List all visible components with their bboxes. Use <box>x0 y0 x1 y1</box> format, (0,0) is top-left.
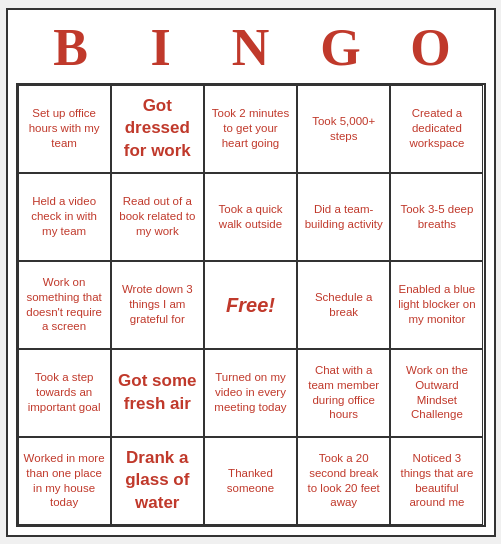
bingo-cell[interactable]: Free! <box>204 261 297 349</box>
cell-text: Thanked someone <box>210 466 291 496</box>
bingo-cell[interactable]: Held a video check in with my team <box>18 173 111 261</box>
bingo-cell[interactable]: Wrote down 3 things I am grateful for <box>111 261 204 349</box>
cell-text: Set up office hours with my team <box>24 106 105 151</box>
cell-text: Took 5,000+ steps <box>303 114 384 144</box>
bingo-cell[interactable]: Noticed 3 things that are beautiful arou… <box>390 437 483 525</box>
letter-g: G <box>296 18 386 77</box>
cell-text: Wrote down 3 things I am grateful for <box>117 282 198 327</box>
cell-text: Took a quick walk outside <box>210 202 291 232</box>
bingo-cell[interactable]: Work on something that doesn't require a… <box>18 261 111 349</box>
bingo-cell[interactable]: Schedule a break <box>297 261 390 349</box>
cell-text: Held a video check in with my team <box>24 194 105 239</box>
bingo-cell[interactable]: Did a team-building activity <box>297 173 390 261</box>
cell-text: Did a team-building activity <box>303 202 384 232</box>
cell-text: Got dressed for work <box>117 95 198 161</box>
bingo-grid: Set up office hours with my teamGot dres… <box>16 83 486 527</box>
bingo-cell[interactable]: Turned on my video in every meeting toda… <box>204 349 297 437</box>
cell-text: Took a step towards an important goal <box>24 370 105 415</box>
letter-b: B <box>26 18 116 77</box>
cell-text: Work on something that doesn't require a… <box>24 275 105 335</box>
cell-text: Turned on my video in every meeting toda… <box>210 370 291 415</box>
cell-text: Drank a glass of water <box>117 447 198 513</box>
cell-text: Noticed 3 things that are beautiful arou… <box>396 451 477 511</box>
letter-n: N <box>206 18 296 77</box>
cell-text: Took 2 minutes to get your heart going <box>210 106 291 151</box>
bingo-cell[interactable]: Got dressed for work <box>111 85 204 173</box>
letter-o: O <box>386 18 476 77</box>
cell-text: Got some fresh air <box>117 370 198 414</box>
bingo-cell[interactable]: Read out of a book related to my work <box>111 173 204 261</box>
bingo-cell[interactable]: Took a quick walk outside <box>204 173 297 261</box>
bingo-cell[interactable]: Worked in more than one place in my hous… <box>18 437 111 525</box>
cell-text: Worked in more than one place in my hous… <box>24 451 105 511</box>
cell-text: Free! <box>226 292 275 318</box>
cell-text: Work on the Outward Mindset Challenge <box>396 363 477 423</box>
bingo-cell[interactable]: Drank a glass of water <box>111 437 204 525</box>
bingo-cell[interactable]: Set up office hours with my team <box>18 85 111 173</box>
bingo-cell[interactable]: Took 2 minutes to get your heart going <box>204 85 297 173</box>
cell-text: Enabled a blue light blocker on my monit… <box>396 282 477 327</box>
cell-text: Chat with a team member during office ho… <box>303 363 384 423</box>
cell-text: Schedule a break <box>303 290 384 320</box>
bingo-cell[interactable]: Chat with a team member during office ho… <box>297 349 390 437</box>
bingo-cell[interactable]: Took 5,000+ steps <box>297 85 390 173</box>
bingo-cell[interactable]: Took 3-5 deep breaths <box>390 173 483 261</box>
cell-text: Took a 20 second break to look 20 feet a… <box>303 451 384 511</box>
cell-text: Read out of a book related to my work <box>117 194 198 239</box>
bingo-cell[interactable]: Created a dedicated workspace <box>390 85 483 173</box>
bingo-cell[interactable]: Work on the Outward Mindset Challenge <box>390 349 483 437</box>
cell-text: Created a dedicated workspace <box>396 106 477 151</box>
bingo-cell[interactable]: Took a step towards an important goal <box>18 349 111 437</box>
bingo-card: B I N G O Set up office hours with my te… <box>6 8 496 537</box>
bingo-cell[interactable]: Took a 20 second break to look 20 feet a… <box>297 437 390 525</box>
bingo-title: B I N G O <box>16 18 486 77</box>
bingo-cell[interactable]: Got some fresh air <box>111 349 204 437</box>
letter-i: I <box>116 18 206 77</box>
bingo-cell[interactable]: Thanked someone <box>204 437 297 525</box>
cell-text: Took 3-5 deep breaths <box>396 202 477 232</box>
bingo-cell[interactable]: Enabled a blue light blocker on my monit… <box>390 261 483 349</box>
